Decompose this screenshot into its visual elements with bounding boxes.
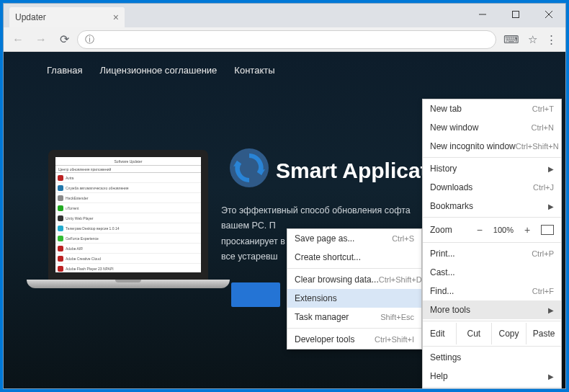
maximize-button[interactable]	[499, 4, 532, 25]
address-bar[interactable]: ⓘ	[77, 30, 496, 49]
cut-button[interactable]: Cut	[456, 323, 491, 344]
chevron-right-icon: ▶	[548, 306, 554, 314]
menu-clear-browsing-data[interactable]: Clear browsing data...Ctrl+Shift+Del	[287, 270, 421, 289]
menu-find[interactable]: Find...Ctrl+F	[423, 282, 561, 300]
menu-downloads[interactable]: DownloadsCtrl+J	[423, 178, 561, 197]
app-name: HackExtender	[66, 196, 88, 200]
forward-button[interactable]: →	[31, 30, 51, 50]
app-icon	[58, 236, 63, 241]
laptop-app-row: Телеграм Desktop версия 1.0.14	[55, 223, 201, 233]
menu-more-tools[interactable]: More tools▶	[423, 300, 561, 319]
chevron-right-icon: ▶	[548, 202, 554, 210]
page-headline: Smart Applicati	[276, 159, 434, 183]
close-window-button[interactable]	[532, 4, 565, 25]
minimize-button[interactable]	[466, 4, 499, 25]
translate-icon[interactable]: ⌨	[503, 33, 519, 46]
laptop-app-row: Служба автоматического обновления	[55, 183, 201, 193]
app-name: Unity Web Player	[66, 216, 94, 220]
app-icon	[58, 185, 63, 191]
chevron-right-icon: ▶	[548, 165, 554, 173]
menu-history[interactable]: History▶	[423, 159, 561, 178]
laptop-app-row: GeForce Experience	[55, 233, 201, 244]
download-button[interactable]	[231, 282, 280, 307]
app-icon	[58, 175, 63, 181]
laptop-app-row: uTorrent	[55, 203, 201, 213]
page-content: Главная Лицензионное соглашение Контакты…	[4, 52, 565, 388]
copy-button[interactable]: Copy	[491, 323, 527, 344]
toolbar: ← → ⟳ ⓘ ⌨ ☆ ⋮	[4, 27, 565, 52]
app-name: Adobe AIR	[66, 246, 83, 251]
menu-help[interactable]: Help▶	[423, 367, 561, 386]
tab-updater[interactable]: Updater ×	[9, 7, 125, 27]
app-icon	[58, 195, 63, 201]
zoom-in-button[interactable]: +	[521, 223, 534, 236]
app-icon	[58, 256, 63, 262]
tab-strip: Updater ×	[4, 4, 565, 27]
reload-button[interactable]: ⟳	[54, 30, 74, 50]
laptop-app-row: Unity Web Player	[55, 213, 201, 223]
tab-title: Updater	[15, 12, 46, 22]
nav-license[interactable]: Лицензионное соглашение	[99, 65, 217, 76]
menu-new-tab[interactable]: New tabCtrl+T	[423, 99, 561, 118]
app-icon	[58, 266, 63, 272]
app-icon	[58, 246, 63, 251]
menu-bookmarks[interactable]: Bookmarks▶	[423, 197, 561, 215]
browser-window: Updater × ← → ⟳ ⓘ ⌨ ☆ ⋮ Глав	[3, 3, 566, 389]
menu-developer-tools[interactable]: Developer toolsCtrl+Shift+I	[287, 330, 421, 349]
app-icon	[58, 215, 63, 221]
more-tools-submenu: Save page as...Ctrl+S Create shortcut...…	[287, 228, 422, 349]
menu-cast[interactable]: Cast...	[423, 263, 561, 282]
app-name: Служба автоматического обновления	[66, 186, 128, 190]
paste-button[interactable]: Paste	[526, 323, 561, 344]
menu-new-incognito[interactable]: New incognito windowCtrl+Shift+N	[423, 137, 561, 156]
chrome-main-menu: New tabCtrl+T New windowCtrl+N New incog…	[422, 99, 562, 388]
zoom-label: Zoom	[430, 225, 469, 235]
laptop-app-row: Adobe AIR	[55, 244, 201, 254]
laptop-app-row: Adobe Creative Cloud	[55, 254, 201, 264]
bookmark-star-icon[interactable]: ☆	[528, 33, 537, 46]
laptop-app-row: Adobe Flash Player 23 NPAPI	[55, 264, 201, 272]
nav-home[interactable]: Главная	[47, 65, 82, 76]
chevron-right-icon: ▶	[548, 373, 554, 380]
svg-rect-1	[513, 12, 519, 18]
laptop-app-subtitle: Центр обновления приложений	[55, 166, 201, 173]
app-name: Adobe Flash Player 23 NPAPI	[66, 267, 114, 271]
menu-print[interactable]: Print...Ctrl+P	[423, 244, 561, 263]
app-name: Телеграм Desktop версия 1.0.14	[66, 226, 119, 231]
zoom-percent: 100%	[490, 226, 516, 234]
app-name: Adobe Creative Cloud	[66, 257, 101, 261]
app-name: uTorrent	[66, 206, 79, 210]
app-name: GeForce Experience	[66, 236, 99, 241]
app-icon	[58, 205, 63, 211]
laptop-app-title: Software Updater	[55, 157, 201, 166]
site-info-icon[interactable]: ⓘ	[85, 33, 94, 46]
app-name: Avira	[66, 176, 73, 180]
fullscreen-icon[interactable]	[541, 225, 554, 235]
menu-settings[interactable]: Settings	[423, 348, 561, 367]
laptop-app-row: HackExtender	[55, 193, 201, 203]
nav-contacts[interactable]: Контакты	[234, 65, 274, 76]
menu-new-window[interactable]: New windowCtrl+N	[423, 118, 561, 137]
laptop-app-row: Avira	[55, 173, 201, 183]
back-button[interactable]: ←	[8, 30, 28, 50]
app-icon	[58, 226, 63, 231]
menu-icon[interactable]: ⋮	[546, 33, 557, 46]
app-logo-icon	[229, 148, 269, 188]
menu-extensions[interactable]: Extensions	[287, 289, 421, 308]
menu-create-shortcut[interactable]: Create shortcut...	[287, 248, 421, 267]
menu-zoom-row: Zoom − 100% +	[423, 219, 561, 241]
close-tab-icon[interactable]: ×	[113, 12, 119, 23]
site-nav: Главная Лицензионное соглашение Контакты	[47, 65, 275, 76]
menu-save-page[interactable]: Save page as...Ctrl+S	[287, 229, 421, 248]
menu-edit-row: Edit Cut Copy Paste	[423, 323, 561, 344]
zoom-out-button[interactable]: −	[473, 223, 486, 236]
menu-task-manager[interactable]: Task managerShift+Esc	[287, 308, 421, 326]
laptop-illustration: Software Updater Центр обновления прилож…	[24, 146, 233, 355]
edit-label: Edit	[423, 329, 456, 339]
